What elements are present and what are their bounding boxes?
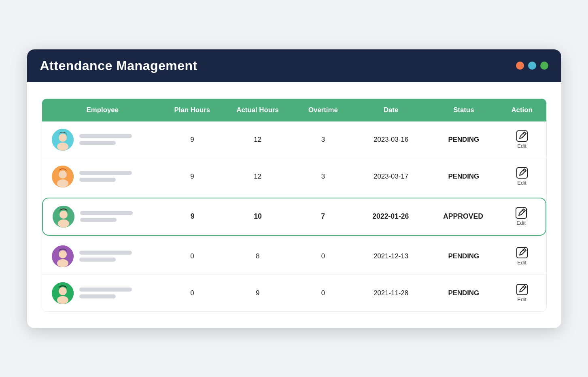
edit-label: Edit — [517, 260, 526, 266]
action-cell: Edit — [498, 167, 546, 186]
th-action: Action — [498, 99, 546, 121]
edit-button[interactable]: Edit — [498, 130, 546, 149]
date-cell: 2022-01-26 — [352, 212, 429, 221]
edit-button[interactable]: Edit — [498, 167, 546, 186]
plan-hours-cell: 9 — [163, 173, 221, 181]
minimize-dot[interactable] — [528, 62, 536, 70]
edit-button[interactable]: Edit — [498, 247, 546, 266]
edit-label: Edit — [517, 180, 526, 186]
svg-point-10 — [58, 219, 69, 228]
avatar — [53, 206, 74, 228]
actual-hours-cell: 9 — [221, 289, 294, 297]
name-lines — [80, 211, 133, 222]
edit-label: Edit — [517, 143, 526, 149]
name-lines — [79, 171, 132, 182]
overtime-cell: 3 — [294, 136, 352, 144]
avatar — [52, 129, 74, 151]
plan-hours-cell: 9 — [163, 136, 221, 144]
content-area: Employee Plan Hours Actual Hours Overtim… — [27, 82, 561, 328]
svg-point-9 — [59, 211, 68, 219]
svg-rect-15 — [517, 247, 527, 258]
svg-point-6 — [57, 179, 68, 187]
date-cell: 2023-03-17 — [352, 173, 430, 181]
name-line-1 — [80, 211, 133, 215]
svg-rect-7 — [517, 168, 527, 178]
overtime-cell: 7 — [294, 212, 352, 221]
employee-cell — [43, 206, 164, 228]
svg-point-17 — [59, 287, 67, 295]
employee-cell — [42, 166, 163, 187]
name-line-1 — [79, 171, 132, 175]
th-plan-hours: Plan Hours — [163, 99, 221, 121]
svg-point-2 — [57, 143, 68, 151]
svg-point-1 — [59, 134, 67, 142]
name-line-2 — [79, 178, 116, 182]
actual-hours-cell: 12 — [221, 173, 294, 181]
overtime-cell: 0 — [294, 252, 352, 260]
name-line-1 — [79, 251, 132, 255]
table-body: 91232023-03-16PENDING Edit 91232023-03-1… — [42, 121, 546, 311]
name-line-1 — [79, 288, 132, 292]
employee-cell — [42, 282, 163, 304]
th-actual-hours: Actual Hours — [221, 99, 294, 121]
name-line-1 — [79, 134, 132, 138]
window-controls — [516, 62, 548, 70]
avatar — [52, 282, 74, 304]
attendance-table: Employee Plan Hours Actual Hours Overtim… — [42, 98, 547, 312]
date-cell: 2021-11-28 — [352, 289, 430, 297]
table-row: 0902021-11-28PENDING Edit — [42, 275, 546, 311]
svg-rect-19 — [517, 284, 527, 295]
svg-point-5 — [59, 170, 67, 179]
plan-hours-cell: 0 — [163, 289, 221, 297]
overtime-cell: 0 — [294, 289, 352, 297]
plan-hours-cell: 0 — [163, 252, 221, 260]
edit-button[interactable]: Edit — [498, 283, 546, 302]
action-cell: Edit — [497, 207, 545, 226]
svg-rect-11 — [516, 208, 526, 218]
name-line-2 — [79, 294, 116, 298]
svg-point-13 — [59, 250, 67, 258]
close-dot[interactable] — [516, 62, 524, 70]
th-employee: Employee — [42, 99, 163, 121]
svg-rect-3 — [517, 131, 527, 141]
avatar — [52, 245, 74, 267]
table-header: Employee Plan Hours Actual Hours Overtim… — [42, 99, 546, 121]
th-date: Date — [352, 99, 430, 121]
actual-hours-cell: 10 — [221, 212, 294, 221]
table-row: 91072022-01-26APPROVED Edit — [42, 198, 546, 236]
maximize-dot[interactable] — [540, 62, 548, 70]
th-status: Status — [430, 99, 498, 121]
th-overtime: Overtime — [294, 99, 352, 121]
edit-button[interactable]: Edit — [497, 207, 545, 226]
name-lines — [79, 134, 132, 145]
actual-hours-cell: 12 — [221, 136, 294, 144]
date-cell: 2023-03-16 — [352, 136, 430, 144]
edit-label: Edit — [516, 220, 526, 226]
app-window: Attendance Management Employee Plan Hour… — [27, 49, 561, 328]
employee-cell — [42, 129, 163, 151]
avatar — [52, 166, 74, 187]
employee-cell — [42, 245, 163, 267]
status-cell: PENDING — [430, 289, 498, 297]
actual-hours-cell: 8 — [221, 252, 294, 260]
overtime-cell: 3 — [294, 173, 352, 181]
action-cell: Edit — [498, 130, 546, 149]
name-lines — [79, 251, 132, 262]
name-line-2 — [79, 258, 116, 262]
status-cell: PENDING — [430, 173, 498, 181]
action-cell: Edit — [498, 247, 546, 266]
app-title: Attendance Management — [40, 58, 197, 73]
table-row: 91232023-03-17PENDING Edit — [42, 158, 546, 195]
titlebar: Attendance Management — [27, 49, 561, 82]
svg-point-14 — [57, 259, 68, 267]
name-lines — [79, 288, 132, 298]
edit-label: Edit — [517, 296, 526, 302]
action-cell: Edit — [498, 283, 546, 302]
table-row: 0802021-12-13PENDING Edit — [42, 238, 546, 275]
plan-hours-cell: 9 — [163, 212, 221, 221]
name-line-2 — [79, 141, 116, 145]
status-cell: PENDING — [430, 136, 498, 144]
table-row: 91232023-03-16PENDING Edit — [42, 121, 546, 158]
status-cell: PENDING — [430, 252, 498, 260]
svg-point-18 — [57, 296, 68, 304]
